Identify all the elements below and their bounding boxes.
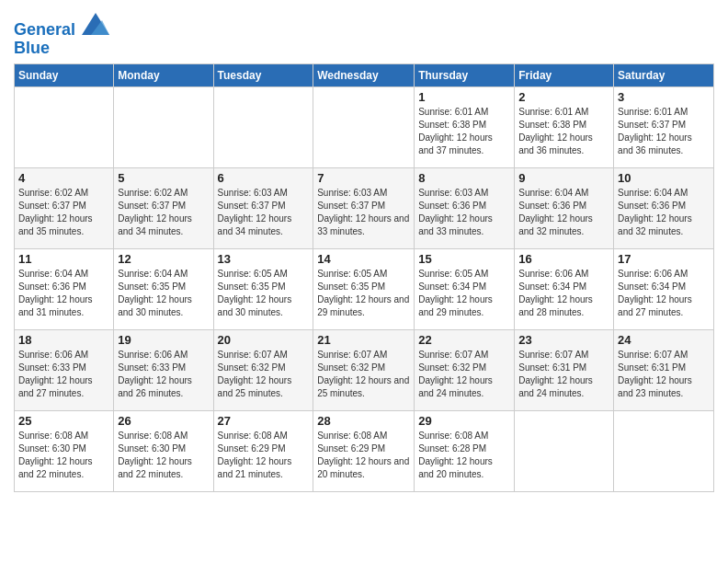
day-number: 6 [218, 171, 310, 185]
day-header-friday: Friday [515, 63, 614, 86]
day-info: Sunrise: 6:06 AM Sunset: 6:33 PM Dayligh… [118, 349, 209, 400]
calendar-cell: 16Sunrise: 6:06 AM Sunset: 6:34 PM Dayli… [515, 248, 614, 329]
day-info: Sunrise: 6:02 AM Sunset: 6:37 PM Dayligh… [118, 187, 209, 238]
day-number: 8 [418, 171, 510, 185]
calendar-cell: 12Sunrise: 6:04 AM Sunset: 6:35 PM Dayli… [114, 248, 213, 329]
day-number: 12 [118, 252, 209, 266]
calendar-week-3: 11Sunrise: 6:04 AM Sunset: 6:36 PM Dayli… [15, 248, 714, 329]
calendar-cell: 25Sunrise: 6:08 AM Sunset: 6:30 PM Dayli… [15, 410, 114, 491]
calendar-cell: 15Sunrise: 6:05 AM Sunset: 6:34 PM Dayli… [415, 248, 515, 329]
day-header-saturday: Saturday [614, 63, 714, 86]
day-number: 9 [518, 171, 609, 185]
calendar-cell: 28Sunrise: 6:08 AM Sunset: 6:29 PM Dayli… [313, 410, 415, 491]
logo-text2: Blue [14, 40, 109, 58]
day-number: 3 [618, 90, 710, 104]
calendar-week-4: 18Sunrise: 6:06 AM Sunset: 6:33 PM Dayli… [15, 329, 714, 410]
calendar-cell [213, 86, 313, 167]
day-info: Sunrise: 6:08 AM Sunset: 6:29 PM Dayligh… [218, 430, 310, 481]
day-info: Sunrise: 6:08 AM Sunset: 6:30 PM Dayligh… [18, 430, 109, 481]
calendar-cell: 3Sunrise: 6:01 AM Sunset: 6:37 PM Daylig… [614, 86, 714, 167]
calendar-cell: 21Sunrise: 6:07 AM Sunset: 6:32 PM Dayli… [313, 329, 415, 410]
day-info: Sunrise: 6:06 AM Sunset: 6:34 PM Dayligh… [518, 268, 609, 319]
day-header-sunday: Sunday [15, 63, 114, 86]
logo: General Blue [14, 13, 109, 58]
day-info: Sunrise: 6:07 AM Sunset: 6:31 PM Dayligh… [518, 349, 609, 400]
day-info: Sunrise: 6:04 AM Sunset: 6:36 PM Dayligh… [618, 187, 710, 238]
logo-icon [82, 13, 109, 35]
day-info: Sunrise: 6:06 AM Sunset: 6:33 PM Dayligh… [18, 349, 109, 400]
day-number: 23 [518, 333, 609, 347]
calendar-cell: 2Sunrise: 6:01 AM Sunset: 6:38 PM Daylig… [515, 86, 614, 167]
day-info: Sunrise: 6:06 AM Sunset: 6:34 PM Dayligh… [618, 268, 710, 319]
day-number: 29 [418, 414, 510, 428]
calendar-cell: 27Sunrise: 6:08 AM Sunset: 6:29 PM Dayli… [213, 410, 313, 491]
day-number: 25 [18, 414, 109, 428]
calendar-cell: 23Sunrise: 6:07 AM Sunset: 6:31 PM Dayli… [515, 329, 614, 410]
calendar-cell: 13Sunrise: 6:05 AM Sunset: 6:35 PM Dayli… [213, 248, 313, 329]
calendar-week-1: 1Sunrise: 6:01 AM Sunset: 6:38 PM Daylig… [15, 86, 714, 167]
calendar-cell: 5Sunrise: 6:02 AM Sunset: 6:37 PM Daylig… [114, 167, 213, 248]
calendar-cell: 18Sunrise: 6:06 AM Sunset: 6:33 PM Dayli… [15, 329, 114, 410]
calendar-cell: 29Sunrise: 6:08 AM Sunset: 6:28 PM Dayli… [415, 410, 515, 491]
calendar-cell: 14Sunrise: 6:05 AM Sunset: 6:35 PM Dayli… [313, 248, 415, 329]
calendar-cell: 1Sunrise: 6:01 AM Sunset: 6:38 PM Daylig… [415, 86, 515, 167]
calendar-cell [515, 410, 614, 491]
day-info: Sunrise: 6:04 AM Sunset: 6:36 PM Dayligh… [18, 268, 109, 319]
day-info: Sunrise: 6:07 AM Sunset: 6:32 PM Dayligh… [218, 349, 310, 400]
day-number: 15 [418, 252, 510, 266]
day-number: 28 [317, 414, 410, 428]
calendar-header: SundayMondayTuesdayWednesdayThursdayFrid… [15, 63, 714, 86]
day-info: Sunrise: 6:05 AM Sunset: 6:35 PM Dayligh… [218, 268, 310, 319]
day-info: Sunrise: 6:01 AM Sunset: 6:38 PM Dayligh… [518, 106, 609, 157]
day-header-wednesday: Wednesday [313, 63, 415, 86]
day-info: Sunrise: 6:04 AM Sunset: 6:36 PM Dayligh… [518, 187, 609, 238]
calendar-cell: 9Sunrise: 6:04 AM Sunset: 6:36 PM Daylig… [515, 167, 614, 248]
day-number: 26 [118, 414, 209, 428]
calendar-week-2: 4Sunrise: 6:02 AM Sunset: 6:37 PM Daylig… [15, 167, 714, 248]
day-number: 5 [118, 171, 209, 185]
day-number: 24 [618, 333, 710, 347]
day-info: Sunrise: 6:03 AM Sunset: 6:36 PM Dayligh… [418, 187, 510, 238]
day-info: Sunrise: 6:03 AM Sunset: 6:37 PM Dayligh… [218, 187, 310, 238]
day-number: 27 [218, 414, 310, 428]
day-number: 19 [118, 333, 209, 347]
calendar-week-5: 25Sunrise: 6:08 AM Sunset: 6:30 PM Dayli… [15, 410, 714, 491]
calendar-cell [313, 86, 415, 167]
calendar-cell [15, 86, 114, 167]
day-info: Sunrise: 6:07 AM Sunset: 6:31 PM Dayligh… [618, 349, 710, 400]
logo-text: General [14, 13, 109, 40]
day-number: 20 [218, 333, 310, 347]
calendar-cell: 10Sunrise: 6:04 AM Sunset: 6:36 PM Dayli… [614, 167, 714, 248]
day-info: Sunrise: 6:07 AM Sunset: 6:32 PM Dayligh… [317, 349, 410, 400]
day-number: 13 [218, 252, 310, 266]
day-info: Sunrise: 6:01 AM Sunset: 6:38 PM Dayligh… [418, 106, 510, 157]
day-number: 10 [618, 171, 710, 185]
calendar-cell: 7Sunrise: 6:03 AM Sunset: 6:37 PM Daylig… [313, 167, 415, 248]
day-info: Sunrise: 6:05 AM Sunset: 6:35 PM Dayligh… [317, 268, 410, 319]
calendar-cell: 20Sunrise: 6:07 AM Sunset: 6:32 PM Dayli… [213, 329, 313, 410]
calendar-table: SundayMondayTuesdayWednesdayThursdayFrid… [14, 63, 714, 492]
day-info: Sunrise: 6:08 AM Sunset: 6:29 PM Dayligh… [317, 430, 410, 481]
day-info: Sunrise: 6:08 AM Sunset: 6:28 PM Dayligh… [418, 430, 510, 481]
calendar-cell: 24Sunrise: 6:07 AM Sunset: 6:31 PM Dayli… [614, 329, 714, 410]
day-info: Sunrise: 6:04 AM Sunset: 6:35 PM Dayligh… [118, 268, 209, 319]
day-number: 4 [18, 171, 109, 185]
calendar-cell: 19Sunrise: 6:06 AM Sunset: 6:33 PM Dayli… [114, 329, 213, 410]
day-info: Sunrise: 6:03 AM Sunset: 6:37 PM Dayligh… [317, 187, 410, 238]
calendar-body: 1Sunrise: 6:01 AM Sunset: 6:38 PM Daylig… [15, 86, 714, 491]
calendar-cell: 22Sunrise: 6:07 AM Sunset: 6:32 PM Dayli… [415, 329, 515, 410]
day-info: Sunrise: 6:05 AM Sunset: 6:34 PM Dayligh… [418, 268, 510, 319]
day-number: 1 [418, 90, 510, 104]
calendar-cell [114, 86, 213, 167]
day-info: Sunrise: 6:02 AM Sunset: 6:37 PM Dayligh… [18, 187, 109, 238]
day-info: Sunrise: 6:08 AM Sunset: 6:30 PM Dayligh… [118, 430, 209, 481]
calendar-cell: 17Sunrise: 6:06 AM Sunset: 6:34 PM Dayli… [614, 248, 714, 329]
calendar-cell [614, 410, 714, 491]
day-info: Sunrise: 6:07 AM Sunset: 6:32 PM Dayligh… [418, 349, 510, 400]
day-number: 17 [618, 252, 710, 266]
day-number: 18 [18, 333, 109, 347]
day-header-thursday: Thursday [415, 63, 515, 86]
day-info: Sunrise: 6:01 AM Sunset: 6:37 PM Dayligh… [618, 106, 710, 157]
day-header-monday: Monday [114, 63, 213, 86]
calendar-cell: 8Sunrise: 6:03 AM Sunset: 6:36 PM Daylig… [415, 167, 515, 248]
